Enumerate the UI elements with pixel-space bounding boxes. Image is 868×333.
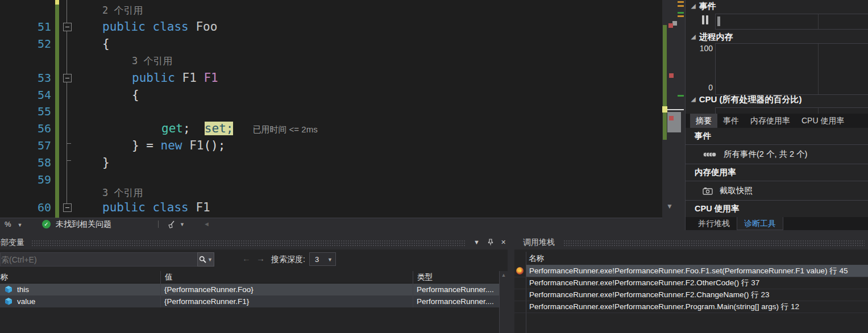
scrollbar-down-arrow[interactable]: ▼ bbox=[666, 202, 673, 210]
code-line-53: public F1 F1 bbox=[132, 69, 218, 86]
summary-memory-section-header: 内存使用率 bbox=[686, 164, 868, 181]
call-stack-panel: 调用堆栈 名称 ➜ PerformanceRunner.exe!Performa… bbox=[514, 236, 868, 333]
collapse-box-line53[interactable] bbox=[63, 74, 72, 82]
events-track-icon bbox=[702, 15, 710, 27]
chevron-down-icon[interactable]: ▼ bbox=[180, 222, 185, 227]
locals-row-this[interactable]: this {PerformanceRunner.Foo} Performance… bbox=[0, 284, 499, 295]
scrollbar-mark-green bbox=[678, 12, 684, 14]
collapse-box-line60[interactable] bbox=[63, 203, 72, 212]
scrollbar-change-strip bbox=[663, 25, 667, 140]
search-back-arrow[interactable]: ← bbox=[242, 253, 251, 263]
column-header-value[interactable]: 值 bbox=[165, 271, 409, 283]
variable-type: PerformanceRunner.... bbox=[417, 295, 497, 307]
locals-scrollbar[interactable]: ▲ bbox=[500, 271, 508, 333]
take-snapshot-button[interactable]: 截取快照 bbox=[686, 181, 868, 201]
chart-gridline bbox=[818, 44, 819, 94]
chevron-down-icon: ▼ bbox=[207, 257, 213, 263]
code-token: F1 bbox=[182, 71, 204, 85]
tab-parallel-stacks[interactable]: 并行堆栈 bbox=[691, 217, 737, 230]
locals-row-value[interactable]: value {PerformanceRunner.F1} Performance… bbox=[0, 295, 499, 307]
scrollbar-caret-mark bbox=[662, 106, 667, 113]
scrollbar-mark-green bbox=[678, 95, 684, 97]
stack-frame[interactable]: PerformanceRunner.exe!PerformanceRunner.… bbox=[514, 277, 868, 289]
health-check-icon: ✓ bbox=[42, 220, 51, 228]
line-number: 51 bbox=[30, 18, 51, 35]
line-number: 55 bbox=[30, 103, 51, 120]
summary-cpu-section-header: CPU 使用率 bbox=[686, 201, 868, 218]
codelens-references[interactable]: 3 个引用 bbox=[132, 52, 172, 69]
title-drag-texture bbox=[563, 240, 865, 246]
scrollbar-mark-orange bbox=[678, 5, 684, 7]
tab-cpu-usage[interactable]: CPU 使用率 bbox=[796, 114, 850, 128]
timeline-handle[interactable] bbox=[717, 16, 720, 26]
line-number: 57 bbox=[30, 137, 51, 154]
line-number: 59 bbox=[30, 171, 51, 188]
hscroll-left-arrow[interactable]: ◄ bbox=[203, 220, 210, 227]
code-token: set; bbox=[205, 122, 234, 135]
no-issues-message[interactable]: 未找到相关问题 bbox=[56, 219, 111, 230]
all-events-link[interactable]: 所有事件(2 个, 共 2 个) bbox=[686, 145, 868, 164]
scrollbar-mark-gray bbox=[672, 21, 677, 26]
pin-icon[interactable] bbox=[485, 238, 495, 247]
cpu-graph-header[interactable]: ◢CPU (所有处理器的百分比) bbox=[691, 94, 802, 105]
locals-title-bar[interactable]: 局部变量 ▼ ✕ bbox=[0, 236, 508, 249]
column-divider[interactable] bbox=[160, 271, 161, 307]
code-token: { bbox=[102, 37, 110, 51]
code-token: public class bbox=[102, 201, 196, 214]
locals-search-row: ▼ ← → 搜索深度: 3 ▼ bbox=[0, 252, 508, 267]
summary-events-section-header: 事件 bbox=[686, 128, 868, 145]
scrollbar-mark-red bbox=[668, 23, 673, 28]
window-position-icon[interactable]: ▼ bbox=[472, 238, 481, 247]
process-memory-header[interactable]: ◢进程内存 bbox=[691, 32, 733, 43]
stack-frame-current[interactable]: ➜ PerformanceRunner.exe!PerformanceRunne… bbox=[514, 265, 868, 277]
call-stack-title-bar[interactable]: 调用堆栈 bbox=[514, 236, 868, 249]
scrollbar-mark-red bbox=[669, 73, 674, 78]
scroll-up-arrow[interactable]: ▲ bbox=[500, 271, 508, 279]
search-input[interactable] bbox=[0, 252, 198, 267]
locals-title: 局部变量 bbox=[0, 238, 24, 248]
search-forward-arrow[interactable]: → bbox=[256, 253, 265, 263]
tab-events[interactable]: 事件 bbox=[717, 114, 745, 128]
memory-axis-max: 100 bbox=[691, 44, 713, 53]
tab-memory-usage[interactable]: 内存使用率 bbox=[745, 114, 796, 128]
zoom-level-select[interactable]: % ▼ bbox=[5, 220, 22, 228]
search-button[interactable]: ▼ bbox=[197, 252, 214, 267]
line-number: 53 bbox=[30, 69, 51, 86]
change-tracking-strip-unsaved bbox=[55, 0, 59, 5]
perf-tip[interactable]: 已用时间 <= 2ms bbox=[252, 124, 317, 134]
diagnostics-tab-strip: 摘要 事件 内存使用率 CPU 使用率 bbox=[686, 114, 868, 128]
vertical-scrollbar[interactable]: ▼ bbox=[662, 0, 685, 230]
events-graph-header[interactable]: ◢事件 bbox=[691, 1, 716, 12]
line-number: 54 bbox=[30, 86, 51, 103]
line-number: 52 bbox=[30, 35, 51, 52]
search-depth-select[interactable]: 3 ▼ bbox=[309, 252, 336, 266]
vs-window: 51 52 53 54 55 56 57 58 59 60 2 个引用 publ… bbox=[0, 0, 868, 333]
code-line-60: public class F1 bbox=[102, 199, 210, 216]
codelens-references[interactable]: 2 个引用 bbox=[102, 2, 143, 19]
code-token: (); bbox=[203, 139, 225, 152]
fold-end-tick bbox=[67, 143, 71, 144]
variable-name: this bbox=[17, 284, 156, 295]
call-stack-title: 调用堆栈 bbox=[523, 238, 555, 248]
events-beads-icon bbox=[703, 152, 717, 157]
locals-grid-header: 名称 值 类型 bbox=[0, 271, 499, 284]
close-icon[interactable]: ✕ bbox=[499, 238, 508, 247]
tab-diagnostic-tools[interactable]: 诊断工具 bbox=[737, 217, 783, 230]
column-header-type[interactable]: 类型 bbox=[417, 271, 497, 283]
tool-window-tab-strip: 并行堆栈 诊断工具 bbox=[686, 217, 868, 230]
scrollbar-thumb[interactable] bbox=[667, 112, 681, 132]
column-divider[interactable] bbox=[413, 271, 413, 307]
code-editor[interactable]: 51 52 53 54 55 56 57 58 59 60 2 个引用 publ… bbox=[0, 0, 662, 218]
tab-summary[interactable]: 摘要 bbox=[690, 114, 717, 128]
stack-frame[interactable]: PerformanceRunner.exe!PerformanceRunner.… bbox=[514, 289, 868, 301]
code-token: public class bbox=[102, 20, 196, 34]
column-header-name[interactable]: 名称 bbox=[529, 253, 544, 264]
code-cleanup-icon[interactable] bbox=[167, 220, 176, 229]
chart-gridline bbox=[818, 108, 819, 114]
stack-frame[interactable]: PerformanceRunner.exe!PerformanceRunner.… bbox=[514, 301, 868, 313]
collapse-triangle-icon: ◢ bbox=[691, 34, 696, 40]
collapse-box-line51[interactable] bbox=[63, 23, 72, 31]
variable-name: value bbox=[17, 295, 156, 307]
column-header-name[interactable]: 名称 bbox=[0, 271, 157, 283]
timeline-gridline bbox=[818, 14, 819, 29]
